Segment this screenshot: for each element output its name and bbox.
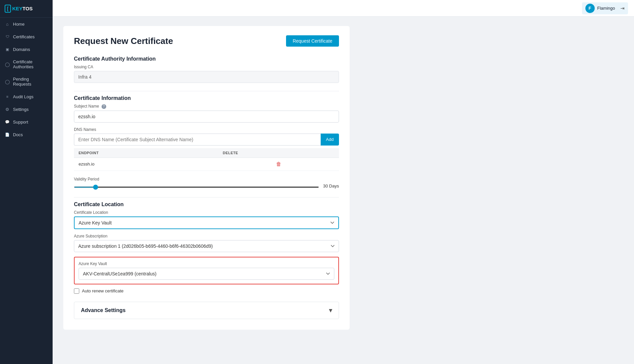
ca-icon: ◯ xyxy=(5,62,10,67)
delete-cell: 🗑 xyxy=(218,158,339,171)
akv-highlight-box: Azure Key Vault AKV-CentralUSe1ea999 (ce… xyxy=(74,257,339,284)
sidebar-item-audit-logs[interactable]: ≡ Audit Logs xyxy=(0,90,53,103)
cert-info-section: Certificate Information Subject Name ? D… xyxy=(74,95,339,189)
subject-name-label: Subject Name ? xyxy=(74,104,339,109)
sidebar-item-label: Support xyxy=(13,120,28,125)
location-label: Certificate Location xyxy=(74,210,339,215)
sidebar-item-label: Docs xyxy=(13,132,23,137)
help-icon[interactable]: ? xyxy=(102,104,106,109)
home-icon: ⌂ xyxy=(5,21,10,27)
cert-info-title: Certificate Information xyxy=(74,95,339,101)
page-card: Request New Certificate Request Certific… xyxy=(63,26,350,330)
advance-settings-header[interactable]: Advance Settings ▾ xyxy=(74,302,339,319)
ca-info-title: Certificate Authority Information xyxy=(74,56,339,62)
advance-settings-section: Advance Settings ▾ xyxy=(74,302,339,319)
sidebar-item-label: Home xyxy=(13,22,25,27)
sidebar: [ KEYTOS ⌂ Home 🛡 Certificates ▣ Domains… xyxy=(0,0,53,364)
request-certificate-button[interactable]: Request Certificate xyxy=(286,35,339,47)
sidebar-item-certificate-authorities[interactable]: ◯ Certificate Authorities xyxy=(0,56,53,73)
sidebar-item-label: Domains xyxy=(13,47,30,52)
sidebar-item-label: Settings xyxy=(13,107,29,112)
logo: [ KEYTOS xyxy=(0,0,53,18)
endpoint-col-header: ENDPOINT xyxy=(74,148,218,158)
delete-icon[interactable]: 🗑 xyxy=(223,161,334,167)
auto-renew-label[interactable]: Auto renew certificate xyxy=(82,288,124,293)
issuing-ca-label: Issuing CA xyxy=(74,65,339,69)
delete-col-header: DELETE xyxy=(218,148,339,158)
cert-location-section: Certificate Location Certificate Locatio… xyxy=(74,201,339,294)
sidebar-item-label: Audit Logs xyxy=(13,94,33,99)
validity-period-label: Validity Period xyxy=(74,177,339,182)
page-title: Request New Certificate xyxy=(74,36,173,46)
dns-input-row: Add xyxy=(74,134,339,146)
dns-name-input[interactable] xyxy=(74,134,321,146)
subscription-label: Azure Subscription xyxy=(74,234,339,238)
table-row: ezssh.io 🗑 xyxy=(74,158,339,171)
sidebar-item-docs[interactable]: 📄 Docs xyxy=(0,128,53,141)
validity-row: 30 Days xyxy=(74,183,339,189)
page-header: Request New Certificate Request Certific… xyxy=(74,35,339,47)
dns-names-label: DNS Names xyxy=(74,127,339,132)
shield-icon: 🛡 xyxy=(5,34,10,39)
domains-icon: ▣ xyxy=(5,47,10,52)
sidebar-item-domains[interactable]: ▣ Domains xyxy=(0,43,53,56)
sidebar-item-label: Certificate Authorities xyxy=(13,59,48,69)
akv-select[interactable]: AKV-CentralUSe1ea999 (centralus) xyxy=(79,268,334,280)
subject-name-input[interactable] xyxy=(74,111,339,123)
add-dns-button[interactable]: Add xyxy=(321,134,339,146)
dns-table: ENDPOINT DELETE ezssh.io 🗑 xyxy=(74,148,339,171)
validity-slider[interactable] xyxy=(74,186,319,188)
endpoint-cell: ezssh.io xyxy=(74,158,218,171)
content-area: Request New Certificate Request Certific… xyxy=(53,17,634,364)
logout-icon[interactable]: ⇥ xyxy=(620,5,625,11)
sidebar-item-pending-requests[interactable]: ◯ Pending Requests xyxy=(0,73,53,90)
azure-subscription-select[interactable]: Azure subscription 1 (2d026b05-b695-4460… xyxy=(74,240,339,252)
topbar: F Flamingo ⇥ xyxy=(53,0,634,17)
avatar: F xyxy=(585,4,595,13)
sidebar-item-label: Pending Requests xyxy=(13,77,48,87)
sidebar-item-support[interactable]: 💬 Support xyxy=(0,116,53,128)
user-menu[interactable]: F Flamingo ⇥ xyxy=(582,2,628,14)
settings-icon: ⚙ xyxy=(5,107,10,112)
user-name: Flamingo xyxy=(597,6,615,11)
main-area: F Flamingo ⇥ Request New Certificate Req… xyxy=(53,0,634,364)
logo-text: KEYTOS xyxy=(12,6,33,12)
cert-location-select[interactable]: Azure Key Vault Local AWS Secrets Manage… xyxy=(74,216,339,229)
akv-label: Azure Key Vault xyxy=(79,261,334,266)
sidebar-item-label: Certificates xyxy=(13,34,35,39)
pending-icon: ◯ xyxy=(5,79,10,84)
logo-bracket: [ xyxy=(5,5,11,13)
validity-value: 30 Days xyxy=(323,183,339,188)
chevron-down-icon: ▾ xyxy=(329,307,332,314)
dns-table-header: ENDPOINT DELETE xyxy=(74,148,339,158)
auto-renew-row: Auto renew certificate xyxy=(74,288,339,294)
ca-info-section: Certificate Authority Information Issuin… xyxy=(74,56,339,83)
slider-container xyxy=(74,183,319,189)
sidebar-item-home[interactable]: ⌂ Home xyxy=(0,18,53,30)
issuing-ca-value: Infra 4 xyxy=(74,71,339,83)
cert-location-title: Certificate Location xyxy=(74,201,339,207)
auto-renew-checkbox[interactable] xyxy=(74,288,79,294)
sidebar-item-settings[interactable]: ⚙ Settings xyxy=(0,103,53,116)
docs-icon: 📄 xyxy=(5,132,10,137)
advance-settings-title: Advance Settings xyxy=(81,307,126,313)
sidebar-item-certificates[interactable]: 🛡 Certificates xyxy=(0,30,53,43)
support-icon: 💬 xyxy=(5,119,10,125)
audit-icon: ≡ xyxy=(5,94,10,99)
